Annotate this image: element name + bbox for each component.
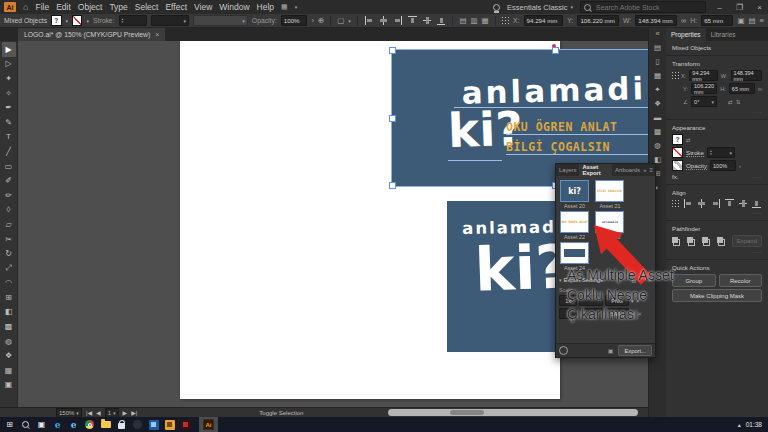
menu-window[interactable]: Window — [219, 2, 249, 12]
opacity-flyout-icon[interactable]: › — [311, 16, 314, 25]
stroke-weight-field[interactable]: ▴▾ — [119, 15, 148, 26]
tray-expand-icon[interactable]: ▴ — [738, 421, 741, 428]
store-icon[interactable] — [115, 418, 128, 431]
align-top-icon[interactable] — [408, 16, 416, 25]
align-right-icon[interactable] — [394, 16, 402, 25]
align-to-icon[interactable] — [672, 200, 680, 208]
type-tool-icon[interactable]: T — [2, 130, 16, 145]
menu-help[interactable]: Help — [257, 2, 274, 12]
dock-panel-icon[interactable]: ◍ — [654, 142, 661, 150]
dock-panel-icon[interactable]: ❖ — [654, 100, 661, 108]
tab-layers[interactable]: Layers — [556, 164, 579, 176]
distribute-horizontal-icon[interactable]: ▤ — [459, 16, 466, 25]
tab-properties[interactable]: Properties — [666, 28, 706, 41]
pathfinder-intersect-icon[interactable] — [702, 237, 710, 246]
first-artboard-icon[interactable]: |◀ — [86, 409, 92, 416]
reference-point-locator[interactable] — [502, 17, 510, 25]
asset-thumbnail[interactable]: OKU ÖGREN ANLAT — [560, 211, 589, 233]
stroke-weight-field[interactable]: ▴▾ ▾ — [707, 147, 735, 158]
dock-panel-icon[interactable]: ▤ — [654, 44, 661, 52]
internet-explorer-icon[interactable]: e — [67, 418, 80, 431]
pathfinder-unite-icon[interactable] — [672, 237, 680, 246]
section-expand-icon[interactable]: ▾ — [559, 277, 562, 283]
search-input[interactable] — [594, 3, 698, 12]
distribute-vertical-icon[interactable]: ▥ — [470, 16, 477, 25]
eraser-tool-icon[interactable]: ▱ — [2, 217, 16, 232]
distribute-spacing-icon[interactable]: ▦ — [482, 16, 489, 25]
menu-view[interactable]: View — [194, 2, 212, 12]
adobe-stock-search[interactable] — [580, 1, 706, 13]
flip-horizontal-icon[interactable]: ⇄ — [728, 99, 733, 105]
w-field[interactable]: 148.394 mm — [731, 70, 762, 81]
shape-builder-tool-icon[interactable]: ◧ — [2, 305, 16, 320]
brush-definition-select[interactable]: ▾ — [151, 15, 189, 26]
y-field[interactable]: 106.220 mm — [577, 15, 619, 26]
align-right-icon[interactable] — [711, 199, 720, 208]
document-tab[interactable]: LOGO.ai* @ 150% (CMYK/GPU Preview) × — [18, 28, 165, 41]
fill-swatch[interactable]: ? — [51, 15, 61, 26]
fill-caret-icon[interactable]: ▾ — [66, 18, 69, 24]
artboard-tool-icon[interactable]: ▣ — [2, 378, 16, 393]
menu-file[interactable]: File — [35, 2, 49, 12]
minimize-button[interactable]: – — [713, 3, 726, 12]
magic-wand-tool-icon[interactable]: ✦ — [2, 71, 16, 86]
artboard-number-select[interactable]: 1▾ — [105, 408, 119, 418]
opacity-field[interactable]: 100% — [710, 160, 736, 171]
photoshop-icon[interactable] — [147, 418, 160, 431]
illustrator-taskbar-active[interactable]: Ai — [199, 417, 218, 432]
selection-handle-w[interactable] — [389, 115, 396, 122]
panel-menu-icon[interactable]: ≡ — [760, 16, 764, 25]
tab-artboards[interactable]: Artboards — [612, 164, 643, 176]
pathfinder-minus-front-icon[interactable] — [687, 237, 695, 246]
paintbrush-tool-icon[interactable]: ✐ — [2, 173, 16, 188]
pathfinder-exclude-icon[interactable] — [717, 237, 725, 246]
h-field[interactable]: 65 mm — [729, 83, 755, 94]
logo-tagline-2[interactable]: BİLGİ ÇOGALSIN — [506, 140, 648, 154]
y-field[interactable]: 106.220 mm — [691, 83, 717, 94]
info-icon[interactable] — [559, 346, 568, 355]
constrain-proportions-icon[interactable]: ∞ — [758, 86, 762, 92]
close-button[interactable]: × — [753, 3, 766, 12]
column-graph-tool-icon[interactable]: ▦ — [2, 363, 16, 378]
fx-label[interactable]: fx. — [672, 173, 679, 180]
w-field[interactable]: 148.394 mm — [635, 15, 677, 26]
asset-thumbnail[interactable]: ki? — [560, 180, 589, 202]
constrain-proportions-icon[interactable]: ∞ — [681, 16, 686, 25]
tab-close-icon[interactable]: × — [155, 31, 159, 38]
export-button[interactable]: Export... — [618, 345, 652, 356]
clock-label[interactable]: 01:38 — [746, 421, 762, 428]
x-field[interactable]: 94.294 mm — [689, 70, 717, 81]
panel-collapse-icon[interactable]: » — [643, 167, 646, 173]
reference-point-locator[interactable] — [672, 72, 678, 80]
stroke-swatch[interactable] — [72, 15, 82, 26]
h-field[interactable]: 65 mm — [701, 15, 733, 26]
scale-tool-icon[interactable]: ⤢ — [2, 261, 16, 276]
swap-fill-stroke-icon[interactable]: ⇄ — [686, 137, 691, 143]
mesh-tool-icon[interactable]: ◍ — [2, 334, 16, 349]
shaper-tool-icon[interactable]: ◊ — [2, 203, 16, 218]
edge-icon[interactable]: e — [51, 418, 64, 431]
x-field[interactable]: 94.294 mm — [524, 15, 564, 26]
pen-tool-icon[interactable]: ✒ — [2, 100, 16, 115]
export-dialog-icon[interactable]: ▣ — [608, 347, 614, 354]
direct-selection-tool-icon[interactable]: ▷ — [2, 57, 16, 72]
recolor-button[interactable]: Recolor — [719, 274, 763, 287]
select-similar-caret-icon[interactable]: ▾ — [348, 18, 351, 24]
symbol-sprayer-tool-icon[interactable]: ❖ — [2, 348, 16, 363]
dock-panel-icon[interactable]: ▯ — [655, 58, 659, 66]
prev-artboard-icon[interactable]: ◀ — [96, 409, 101, 416]
align-middle-icon[interactable] — [423, 16, 431, 25]
start-button[interactable]: ⊞ — [3, 418, 16, 431]
transform-more-icon[interactable]: ▣ — [737, 16, 744, 25]
dock-panel-icon[interactable]: ▦ — [654, 72, 661, 80]
document-setup-icon[interactable]: ⊕ — [318, 16, 324, 25]
align-middle-icon[interactable] — [739, 199, 748, 208]
appearance-more-options[interactable]: ··· — [753, 174, 762, 180]
chrome-icon[interactable] — [83, 418, 96, 431]
panel-menu-icon[interactable]: ≡ — [649, 167, 653, 173]
selection-handle-nw[interactable] — [389, 47, 396, 54]
pathfinder-more-options[interactable]: ··· — [672, 249, 762, 255]
asset-item[interactable]: OKU ÖGREN ANLAT Asset 22 — [560, 211, 589, 240]
menu-edit[interactable]: Edit — [56, 2, 71, 12]
scrollbar-thumb[interactable] — [450, 410, 484, 415]
